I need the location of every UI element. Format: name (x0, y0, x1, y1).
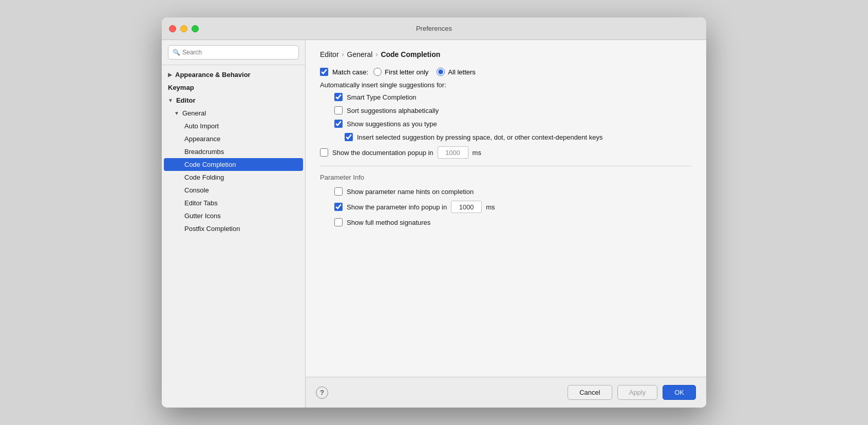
maximize-button[interactable] (192, 25, 199, 32)
first-letter-radio[interactable] (373, 68, 382, 76)
sidebar-nav: ▶ Appearance & Behavior Keymap ▼ Editor … (162, 65, 305, 408)
traffic-lights (169, 25, 199, 32)
show-full-sigs-text: Show full method signatures (347, 219, 430, 226)
help-icon: ? (320, 389, 324, 396)
divider (320, 166, 692, 166)
breadcrumb-sep-2: › (375, 51, 378, 58)
main-content: Editor › General › Code Completion Match… (306, 40, 706, 377)
apply-button[interactable]: Apply (617, 385, 658, 400)
sidebar-item-label: Code Completion (184, 161, 236, 168)
show-param-hints-row: Show parameter name hints on completion (334, 187, 692, 196)
insert-selected-text: Insert selected suggestion by pressing s… (357, 133, 602, 141)
cancel-button[interactable]: Cancel (568, 385, 612, 400)
footer: ? Cancel Apply OK (306, 377, 706, 408)
main-panel: Editor › General › Code Completion Match… (306, 40, 706, 408)
auto-insert-label: Automatically insert single suggestions … (320, 81, 692, 89)
breadcrumb: Editor › General › Code Completion (320, 50, 692, 59)
sidebar-item-gutter-icons[interactable]: Gutter Icons (162, 209, 305, 222)
sidebar-item-appearance[interactable]: Appearance (162, 132, 305, 145)
sort-alpha-label[interactable]: Sort suggestions alphabetically (334, 106, 439, 114)
match-case-row: Match case: First letter only All letter… (320, 68, 692, 76)
show-full-sigs-checkbox[interactable] (334, 218, 343, 226)
match-case-text: Match case: (332, 68, 368, 76)
smart-type-text: Smart Type Completion (347, 93, 417, 101)
smart-type-checkbox[interactable] (334, 93, 343, 101)
sidebar-item-label: Gutter Icons (184, 212, 221, 220)
sort-alpha-row: Sort suggestions alphabetically (334, 106, 692, 114)
footer-left: ? (316, 387, 328, 399)
sidebar-item-label: Appearance & Behavior (175, 71, 251, 79)
show-param-popup-checkbox[interactable] (334, 203, 343, 211)
insert-selected-label[interactable]: Insert selected suggestion by pressing s… (345, 133, 602, 141)
sidebar-item-label: Console (184, 186, 209, 194)
sidebar-item-postfix-completion[interactable]: Postfix Completion (162, 222, 305, 235)
sidebar-item-label: Postfix Completion (184, 225, 240, 233)
show-doc-popup-checkbox[interactable] (320, 148, 328, 157)
sort-alpha-text: Sort suggestions alphabetically (347, 107, 439, 114)
sidebar-item-code-completion[interactable]: Code Completion (164, 158, 303, 171)
show-suggestions-checkbox[interactable] (334, 120, 343, 128)
breadcrumb-code-completion: Code Completion (381, 50, 440, 59)
sidebar-item-code-folding[interactable]: Code Folding (162, 171, 305, 184)
sidebar: 🔍 ▶ Appearance & Behavior Keymap ▼ Edito… (162, 40, 306, 408)
breadcrumb-sep-1: › (342, 51, 344, 58)
sidebar-item-label: Keymap (168, 84, 194, 91)
titlebar: Preferences (162, 17, 706, 40)
all-letters-label[interactable]: All letters (437, 68, 475, 76)
doc-popup-row: Show the documentation popup in ms (320, 146, 692, 159)
match-case-label[interactable]: Match case: (320, 68, 368, 76)
search-area: 🔍 (162, 40, 305, 65)
search-box: 🔍 (168, 45, 299, 60)
show-doc-popup-text: Show the documentation popup in (332, 149, 433, 157)
sidebar-item-auto-import[interactable]: Auto Import (162, 120, 305, 132)
arrow-icon: ▼ (168, 98, 173, 103)
sidebar-item-editor-tabs[interactable]: Editor Tabs (162, 197, 305, 209)
smart-type-label[interactable]: Smart Type Completion (334, 93, 417, 101)
sidebar-item-console[interactable]: Console (162, 184, 305, 197)
insert-selected-row: Insert selected suggestion by pressing s… (345, 133, 692, 141)
breadcrumb-editor: Editor (320, 50, 339, 59)
footer-right: Cancel Apply OK (568, 385, 696, 400)
sort-alpha-checkbox[interactable] (334, 106, 343, 114)
close-button[interactable] (169, 25, 176, 32)
search-input[interactable] (182, 49, 294, 56)
sidebar-item-label: General (182, 109, 206, 117)
sidebar-item-keymap[interactable]: Keymap (162, 81, 305, 94)
preferences-window: Preferences 🔍 ▶ Appearance & Behavior Ke… (162, 17, 706, 408)
sidebar-item-label: Editor Tabs (184, 199, 218, 207)
show-suggestions-label[interactable]: Show suggestions as you type (334, 120, 437, 128)
sidebar-item-label: Code Folding (184, 173, 224, 181)
arrow-icon: ▶ (168, 72, 172, 78)
sidebar-item-editor[interactable]: ▼ Editor (162, 94, 305, 107)
sidebar-item-general[interactable]: ▼ General (162, 107, 305, 120)
show-suggestions-row: Show suggestions as you type (334, 120, 692, 128)
show-param-hints-text: Show parameter name hints on completion (347, 188, 474, 196)
breadcrumb-general: General (347, 50, 373, 59)
sidebar-item-appearance-behavior[interactable]: ▶ Appearance & Behavior (162, 68, 305, 81)
window-title: Preferences (416, 25, 452, 32)
param-popup-row: Show the parameter info popup in ms (334, 201, 692, 213)
all-letters-radio[interactable] (437, 68, 445, 76)
doc-popup-ms: ms (473, 149, 481, 157)
minimize-button[interactable] (180, 25, 187, 32)
sidebar-item-label: Editor (176, 96, 196, 104)
ok-button[interactable]: OK (663, 385, 696, 400)
sidebar-item-label: Breadcrumbs (184, 148, 224, 156)
match-case-checkbox[interactable] (320, 68, 328, 76)
param-popup-input[interactable] (451, 201, 482, 213)
doc-popup-input[interactable] (438, 146, 468, 159)
show-param-hints-label[interactable]: Show parameter name hints on completion (334, 187, 474, 196)
show-full-sigs-row: Show full method signatures (334, 218, 692, 226)
insert-selected-checkbox[interactable] (345, 133, 353, 141)
show-param-popup-text: Show the parameter info popup in (347, 203, 447, 211)
first-letter-only-label[interactable]: First letter only (373, 68, 428, 76)
sidebar-item-breadcrumbs[interactable]: Breadcrumbs (162, 145, 305, 158)
show-suggestions-text: Show suggestions as you type (347, 120, 437, 128)
smart-type-row: Smart Type Completion (334, 93, 692, 101)
show-param-hints-checkbox[interactable] (334, 187, 343, 196)
sidebar-item-label: Appearance (184, 135, 220, 143)
search-icon: 🔍 (173, 49, 180, 56)
show-full-sigs-label[interactable]: Show full method signatures (334, 218, 430, 226)
sidebar-item-label: Auto Import (184, 122, 219, 130)
help-button[interactable]: ? (316, 387, 328, 399)
